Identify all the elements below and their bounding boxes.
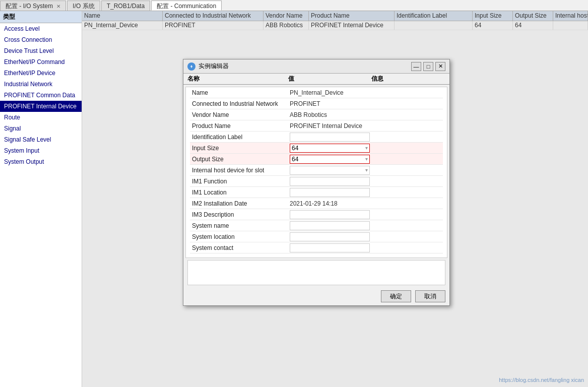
sidebar-item-industrial-network[interactable]: Industrial Network — [0, 79, 82, 90]
field-label-im1-function: IM1 Function — [190, 177, 289, 186]
sidebar-item-cross-connection[interactable]: Cross Connection — [0, 34, 82, 45]
field-info-system-location — [371, 236, 443, 237]
modal-row-vendor: Vendor Name ABB Robotics — [190, 109, 443, 120]
modal-row-im1-location: IM1 Location — [190, 187, 443, 198]
modal-row-im2-date: IM2 Installation Date 2021-01-29 14:18 — [190, 198, 443, 209]
field-info-name — [371, 92, 443, 93]
cancel-button[interactable]: 取消 — [415, 290, 445, 302]
tab-io-xitong[interactable]: I/O 系统 — [67, 1, 100, 11]
modal-row-connected: Connected to Industrial Network PROFINET — [190, 98, 443, 109]
field-info-vendor — [371, 114, 443, 115]
field-label-input-size: Input Size — [190, 144, 289, 153]
field-label-im2-date: IM2 Installation Date — [190, 199, 289, 208]
tab-io-system[interactable]: 配置 - I/O System ✕ — [0, 1, 66, 11]
modal-controls: — □ ✕ — [411, 62, 445, 71]
ident-input[interactable] — [290, 133, 370, 142]
sidebar-item-profinet-internal-device[interactable]: PROFINET Internal Device — [0, 101, 82, 112]
modal-titlebar: 实例编辑器 — □ ✕ — [183, 59, 449, 74]
system-location-input[interactable] — [290, 232, 370, 241]
modal-minimize-button[interactable]: — — [411, 62, 421, 71]
field-info-im2-date — [371, 203, 443, 204]
field-value-system-name[interactable] — [289, 221, 371, 231]
sidebar-item-access-level[interactable]: Access Level — [0, 23, 82, 34]
modal-row-system-contact: System contact — [190, 242, 443, 253]
content-area: Name Connected to Industrial Network Ven… — [82, 11, 588, 387]
modal-row-system-name: System name — [190, 220, 443, 231]
field-info-im3-desc — [371, 214, 443, 215]
sidebar-item-profinet-common-data[interactable]: PROFINET Common Data — [0, 90, 82, 101]
field-value-im2-date: 2021-01-29 14:18 — [289, 200, 371, 208]
modal-row-internal-host: Internal host device for slot ▾ — [190, 165, 443, 176]
modal-row-input-size: Input Size 64 ▾ — [190, 143, 443, 154]
sidebar-item-system-output[interactable]: System Output — [0, 156, 82, 167]
field-value-name: PN_Internal_Device — [289, 89, 371, 97]
field-value-im3-desc[interactable] — [289, 210, 371, 220]
modal-footer: 确定 取消 — [183, 287, 449, 305]
im3-desc-input[interactable] — [290, 210, 370, 219]
field-info-im1-location — [371, 192, 443, 193]
field-label-ident: Identification Label — [190, 133, 289, 142]
main-layout: 类型 Access Level Cross Connection Device … — [0, 11, 588, 387]
modal-row-ident: Identification Label — [190, 132, 443, 143]
field-info-connected — [371, 103, 443, 104]
sidebar-item-system-input[interactable]: System Input — [0, 145, 82, 156]
im1-location-input[interactable] — [290, 188, 370, 197]
modal-table-header: 名称 值 信息 — [183, 74, 449, 85]
modal-body: Name PN_Internal_Device Connected to Ind… — [185, 87, 447, 258]
modal-icon — [187, 62, 195, 71]
tab-close-icon[interactable]: ✕ — [56, 4, 60, 9]
modal-row-product: Product Name PROFINET Internal Device — [190, 120, 443, 132]
field-value-system-contact[interactable] — [289, 243, 371, 253]
modal-row-im1-function: IM1 Function — [190, 176, 443, 187]
field-label-system-name: System name — [190, 221, 289, 230]
sidebar-item-ethernet-ip-command[interactable]: EtherNet/IP Command — [0, 56, 82, 68]
field-value-ident[interactable] — [289, 132, 371, 142]
sidebar-item-ethernet-ip-device[interactable]: EtherNet/IP Device — [0, 68, 82, 79]
field-label-system-contact: System contact — [190, 243, 289, 252]
field-info-ident — [371, 137, 443, 138]
field-value-internal-host[interactable]: ▾ — [289, 165, 371, 175]
field-value-input-size[interactable]: 64 ▾ — [289, 143, 371, 153]
sidebar-item-device-trust-level[interactable]: Device Trust Level — [0, 45, 82, 56]
modal-row-output-size: Output Size 64 ▾ — [190, 154, 443, 165]
tab-communication[interactable]: 配置 - Communication — [151, 1, 222, 11]
modal-close-button[interactable]: ✕ — [435, 62, 445, 71]
output-size-select[interactable]: 64 ▾ — [290, 155, 370, 164]
modal-title: 实例编辑器 — [199, 62, 229, 71]
field-info-system-contact — [371, 247, 443, 248]
field-value-system-location[interactable] — [289, 232, 371, 242]
modal-maximize-button[interactable]: □ — [423, 62, 433, 71]
field-info-product — [371, 125, 443, 126]
field-value-im1-function[interactable] — [289, 176, 371, 186]
field-info-system-name — [371, 225, 443, 226]
im1-function-input[interactable] — [290, 177, 370, 186]
sidebar-item-signal-safe-level[interactable]: Signal Safe Level — [0, 134, 82, 145]
field-label-connected: Connected to Industrial Network — [190, 99, 289, 108]
modal-row-system-location: System location — [190, 231, 443, 242]
settings-icon — [188, 63, 195, 70]
field-label-internal-host: Internal host device for slot — [190, 166, 289, 175]
field-value-im1-location[interactable] — [289, 187, 371, 198]
sidebar-item-signal[interactable]: Signal — [0, 123, 82, 134]
confirm-button[interactable]: 确定 — [381, 290, 411, 302]
field-info-im1-function — [371, 181, 443, 182]
dropdown-arrow-icon-2: ▾ — [365, 156, 368, 162]
tab-bar: 配置 - I/O System ✕ I/O 系统 T_ROB1/Data 配置 … — [0, 0, 588, 11]
modal-col-header-name: 名称 — [187, 75, 288, 83]
field-label-output-size: Output Size — [190, 155, 289, 164]
modal-row-im3-desc: IM3 Description — [190, 209, 443, 220]
tab-t-rob1[interactable]: T_ROB1/Data — [101, 1, 150, 11]
field-value-connected: PROFINET — [289, 100, 371, 108]
sidebar-item-route[interactable]: Route — [0, 112, 82, 123]
dropdown-arrow-icon-3: ▾ — [365, 167, 368, 173]
sidebar-header: 类型 — [0, 11, 82, 23]
system-name-input[interactable] — [290, 221, 370, 230]
internal-host-select[interactable]: ▾ — [290, 166, 370, 175]
field-value-output-size[interactable]: 64 ▾ — [289, 154, 371, 164]
modal-dialog: 实例编辑器 — □ ✕ 名称 值 信息 Name — [183, 59, 450, 306]
modal-col-header-value: 值 — [288, 75, 371, 83]
input-size-select[interactable]: 64 ▾ — [290, 144, 370, 153]
field-label-vendor: Vendor Name — [190, 110, 289, 119]
dropdown-arrow-icon: ▾ — [365, 145, 368, 151]
system-contact-input[interactable] — [290, 243, 370, 252]
